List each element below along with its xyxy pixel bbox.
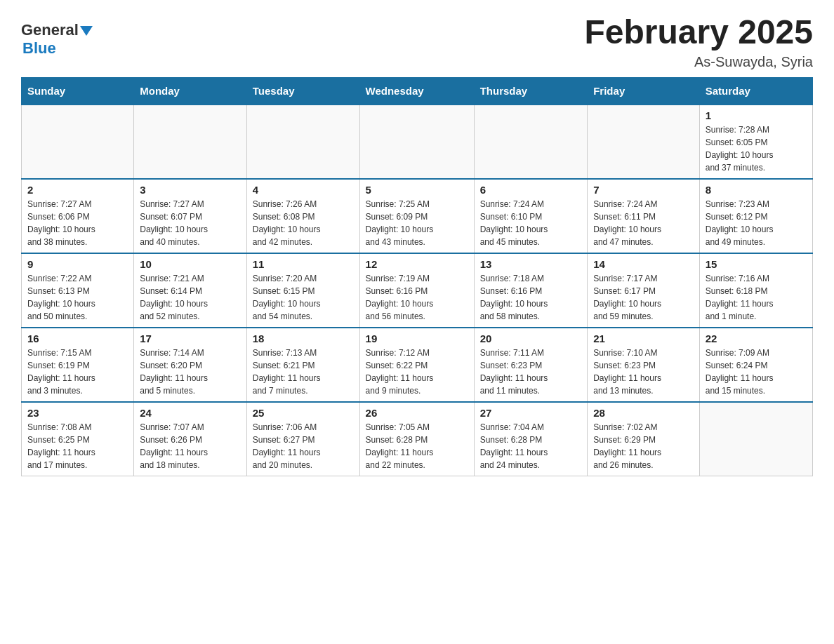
day-number: 5 xyxy=(366,184,468,196)
day-number: 21 xyxy=(593,333,694,344)
calendar-day-cell: 4Sunrise: 7:26 AM Sunset: 6:08 PM Daylig… xyxy=(246,179,359,253)
day-info: Sunrise: 7:09 AM Sunset: 6:24 PM Dayligh… xyxy=(706,347,807,397)
calendar-day-cell: 23Sunrise: 7:08 AM Sunset: 6:25 PM Dayli… xyxy=(22,402,134,476)
day-number: 14 xyxy=(593,258,694,270)
day-number: 6 xyxy=(480,184,582,196)
day-info: Sunrise: 7:06 AM Sunset: 6:27 PM Dayligh… xyxy=(253,421,354,471)
day-number: 23 xyxy=(27,407,128,419)
day-info: Sunrise: 7:11 AM Sunset: 6:23 PM Dayligh… xyxy=(480,347,582,397)
calendar-day-cell: 1Sunrise: 7:28 AM Sunset: 6:05 PM Daylig… xyxy=(699,105,812,179)
day-info: Sunrise: 7:10 AM Sunset: 6:23 PM Dayligh… xyxy=(593,347,694,397)
calendar-day-cell: 24Sunrise: 7:07 AM Sunset: 6:26 PM Dayli… xyxy=(134,402,247,476)
day-info: Sunrise: 7:26 AM Sunset: 6:08 PM Dayligh… xyxy=(253,198,354,248)
calendar-day-cell: 2Sunrise: 7:27 AM Sunset: 6:06 PM Daylig… xyxy=(22,179,134,253)
calendar-header-cell: Friday xyxy=(588,77,700,105)
day-number: 12 xyxy=(366,258,468,270)
day-info: Sunrise: 7:21 AM Sunset: 6:14 PM Dayligh… xyxy=(140,272,241,323)
calendar-day-cell: 15Sunrise: 7:16 AM Sunset: 6:18 PM Dayli… xyxy=(699,253,812,328)
calendar-week-row: 2Sunrise: 7:27 AM Sunset: 6:06 PM Daylig… xyxy=(22,179,813,253)
calendar-day-cell: 22Sunrise: 7:09 AM Sunset: 6:24 PM Dayli… xyxy=(699,328,812,402)
day-info: Sunrise: 7:19 AM Sunset: 6:16 PM Dayligh… xyxy=(366,272,468,323)
calendar-day-cell: 19Sunrise: 7:12 AM Sunset: 6:22 PM Dayli… xyxy=(359,328,474,402)
calendar-day-cell xyxy=(699,402,812,476)
day-info: Sunrise: 7:20 AM Sunset: 6:15 PM Dayligh… xyxy=(253,272,354,323)
calendar-header-cell: Tuesday xyxy=(246,77,359,105)
page-title: February 2025 xyxy=(584,14,813,51)
day-info: Sunrise: 7:22 AM Sunset: 6:13 PM Dayligh… xyxy=(27,272,128,323)
calendar-day-cell: 20Sunrise: 7:11 AM Sunset: 6:23 PM Dayli… xyxy=(474,328,588,402)
day-number: 25 xyxy=(253,407,354,419)
day-number: 24 xyxy=(140,407,241,419)
day-number: 1 xyxy=(706,109,807,121)
calendar-day-cell: 8Sunrise: 7:23 AM Sunset: 6:12 PM Daylig… xyxy=(699,179,812,253)
page-subtitle: As-Suwayda, Syria xyxy=(584,54,813,70)
calendar-header: SundayMondayTuesdayWednesdayThursdayFrid… xyxy=(22,77,813,105)
calendar-day-cell: 11Sunrise: 7:20 AM Sunset: 6:15 PM Dayli… xyxy=(246,253,359,328)
day-info: Sunrise: 7:27 AM Sunset: 6:06 PM Dayligh… xyxy=(27,198,128,248)
day-number: 22 xyxy=(706,333,807,344)
logo-general-text: General xyxy=(21,21,79,39)
logo-row2: Blue xyxy=(22,39,56,58)
day-info: Sunrise: 7:23 AM Sunset: 6:12 PM Dayligh… xyxy=(706,198,807,248)
calendar-header-cell: Monday xyxy=(134,77,247,105)
day-info: Sunrise: 7:05 AM Sunset: 6:28 PM Dayligh… xyxy=(366,421,468,471)
logo: General Blue xyxy=(21,21,93,58)
title-block: February 2025 As-Suwayda, Syria xyxy=(584,14,813,70)
calendar-day-cell: 16Sunrise: 7:15 AM Sunset: 6:19 PM Dayli… xyxy=(22,328,134,402)
day-number: 7 xyxy=(593,184,694,196)
day-info: Sunrise: 7:24 AM Sunset: 6:11 PM Dayligh… xyxy=(593,198,694,248)
page-header: General Blue February 2025 As-Suwayda, S… xyxy=(21,14,813,70)
day-info: Sunrise: 7:02 AM Sunset: 6:29 PM Dayligh… xyxy=(593,421,694,471)
calendar-day-cell: 6Sunrise: 7:24 AM Sunset: 6:10 PM Daylig… xyxy=(474,179,588,253)
day-info: Sunrise: 7:27 AM Sunset: 6:07 PM Dayligh… xyxy=(140,198,241,248)
calendar-day-cell: 28Sunrise: 7:02 AM Sunset: 6:29 PM Dayli… xyxy=(588,402,700,476)
day-info: Sunrise: 7:17 AM Sunset: 6:17 PM Dayligh… xyxy=(593,272,694,323)
calendar-day-cell xyxy=(474,105,588,179)
calendar-day-cell: 5Sunrise: 7:25 AM Sunset: 6:09 PM Daylig… xyxy=(359,179,474,253)
calendar-day-cell: 18Sunrise: 7:13 AM Sunset: 6:21 PM Dayli… xyxy=(246,328,359,402)
day-number: 15 xyxy=(706,258,807,270)
day-info: Sunrise: 7:12 AM Sunset: 6:22 PM Dayligh… xyxy=(366,347,468,397)
day-number: 9 xyxy=(27,258,128,270)
day-number: 2 xyxy=(27,184,128,196)
day-info: Sunrise: 7:07 AM Sunset: 6:26 PM Dayligh… xyxy=(140,421,241,471)
calendar-day-cell xyxy=(246,105,359,179)
calendar-day-cell xyxy=(588,105,700,179)
calendar-week-row: 9Sunrise: 7:22 AM Sunset: 6:13 PM Daylig… xyxy=(22,253,813,328)
day-number: 28 xyxy=(593,407,694,419)
day-number: 20 xyxy=(480,333,582,344)
day-info: Sunrise: 7:25 AM Sunset: 6:09 PM Dayligh… xyxy=(366,198,468,248)
day-number: 8 xyxy=(706,184,807,196)
calendar-day-cell xyxy=(22,105,134,179)
day-number: 4 xyxy=(253,184,354,196)
calendar-day-cell: 12Sunrise: 7:19 AM Sunset: 6:16 PM Dayli… xyxy=(359,253,474,328)
day-number: 18 xyxy=(253,333,354,344)
logo-blue-text: Blue xyxy=(22,39,56,57)
day-number: 26 xyxy=(366,407,468,419)
calendar-day-cell: 21Sunrise: 7:10 AM Sunset: 6:23 PM Dayli… xyxy=(588,328,700,402)
day-info: Sunrise: 7:15 AM Sunset: 6:19 PM Dayligh… xyxy=(27,347,128,397)
day-number: 10 xyxy=(140,258,241,270)
calendar-week-row: 16Sunrise: 7:15 AM Sunset: 6:19 PM Dayli… xyxy=(22,328,813,402)
calendar-day-cell: 3Sunrise: 7:27 AM Sunset: 6:07 PM Daylig… xyxy=(134,179,247,253)
calendar-week-row: 1Sunrise: 7:28 AM Sunset: 6:05 PM Daylig… xyxy=(22,105,813,179)
day-number: 13 xyxy=(480,258,582,270)
calendar-header-cell: Thursday xyxy=(474,77,588,105)
day-info: Sunrise: 7:04 AM Sunset: 6:28 PM Dayligh… xyxy=(480,421,582,471)
calendar-day-cell: 27Sunrise: 7:04 AM Sunset: 6:28 PM Dayli… xyxy=(474,402,588,476)
calendar-day-cell: 25Sunrise: 7:06 AM Sunset: 6:27 PM Dayli… xyxy=(246,402,359,476)
day-info: Sunrise: 7:16 AM Sunset: 6:18 PM Dayligh… xyxy=(706,272,807,323)
day-info: Sunrise: 7:08 AM Sunset: 6:25 PM Dayligh… xyxy=(27,421,128,471)
calendar-day-cell: 7Sunrise: 7:24 AM Sunset: 6:11 PM Daylig… xyxy=(588,179,700,253)
day-number: 27 xyxy=(480,407,582,419)
calendar-header-cell: Sunday xyxy=(22,77,134,105)
calendar-day-cell: 9Sunrise: 7:22 AM Sunset: 6:13 PM Daylig… xyxy=(22,253,134,328)
calendar-header-cell: Wednesday xyxy=(359,77,474,105)
day-number: 19 xyxy=(366,333,468,344)
day-info: Sunrise: 7:24 AM Sunset: 6:10 PM Dayligh… xyxy=(480,198,582,248)
day-info: Sunrise: 7:18 AM Sunset: 6:16 PM Dayligh… xyxy=(480,272,582,323)
calendar-day-cell: 14Sunrise: 7:17 AM Sunset: 6:17 PM Dayli… xyxy=(588,253,700,328)
calendar-day-cell: 13Sunrise: 7:18 AM Sunset: 6:16 PM Dayli… xyxy=(474,253,588,328)
calendar-week-row: 23Sunrise: 7:08 AM Sunset: 6:25 PM Dayli… xyxy=(22,402,813,476)
day-number: 16 xyxy=(27,333,128,344)
